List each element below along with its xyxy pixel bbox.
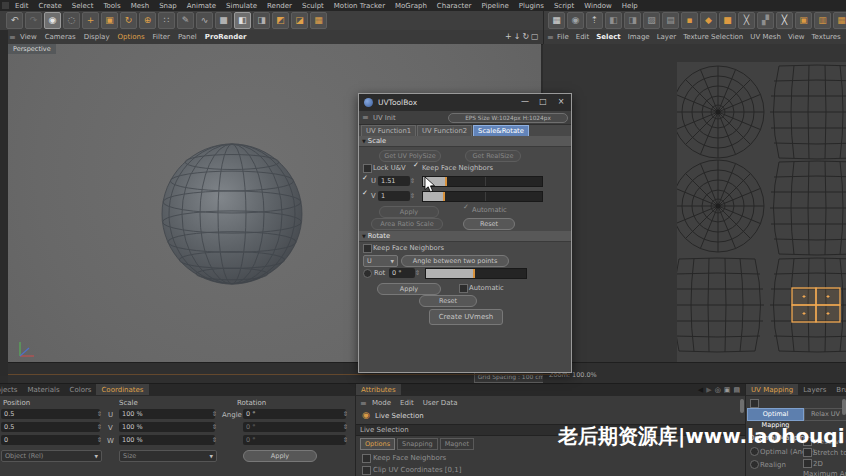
uv-polygon-mode-icon[interactable]: ■ — [719, 12, 736, 29]
v-enable-checkbox[interactable]: ✓ — [362, 191, 369, 198]
rot-spinner[interactable]: ⇕ — [414, 268, 421, 278]
viewport-menu-item[interactable]: Panel — [178, 33, 197, 41]
sphere-object[interactable] — [156, 138, 308, 290]
uv-texture-panel[interactable] — [543, 44, 846, 362]
rot-radio[interactable] — [363, 269, 372, 278]
realign-radio[interactable] — [750, 460, 759, 469]
uv-menu-item[interactable]: UV Mesh — [750, 33, 781, 41]
viewport-menu-item[interactable]: Filter — [153, 33, 170, 41]
scale-w-field[interactable]: 100 % — [119, 435, 215, 445]
spline-tool-icon[interactable]: ∿ — [196, 12, 213, 29]
position-u-field[interactable]: 0.5 — [1, 409, 100, 419]
material-cube-icon[interactable]: ◩ — [272, 12, 289, 29]
v-value-field[interactable]: 1 — [378, 191, 410, 201]
position-w-field[interactable]: 0 — [1, 435, 100, 445]
viewport-menu-item[interactable]: Options — [118, 33, 145, 41]
uv-view-menu-icon[interactable]: ≡ — [547, 33, 554, 42]
object-mode-dropdown[interactable]: Object (Rel)▼ — [1, 450, 102, 462]
rectangle-selection-icon[interactable]: ◌ — [63, 12, 80, 29]
angle-between-points-button[interactable]: Angle between two points — [401, 255, 509, 267]
scale-apply-button[interactable]: Apply — [379, 206, 439, 218]
scale-automatic-checkbox[interactable]: ✓ — [463, 205, 470, 212]
menu-item[interactable]: Pipeline — [481, 2, 508, 10]
maximize-button[interactable]: □ — [537, 97, 549, 106]
minimize-button[interactable]: — — [519, 97, 531, 106]
lock-uv-checkbox[interactable]: ✓ — [363, 164, 372, 173]
pen-tool-icon[interactable]: ✎ — [177, 12, 194, 29]
rotate-view-icon[interactable]: ↻ — [522, 32, 529, 41]
undo-icon[interactable]: ↶ — [6, 12, 23, 29]
attributes-tab[interactable]: Attributes — [356, 384, 401, 395]
uv-mapping-tab[interactable]: Layers — [798, 384, 831, 395]
menu-item[interactable]: Help — [622, 2, 638, 10]
tile-icon[interactable]: ▦ — [833, 12, 846, 29]
spinner-icon[interactable]: ⇕ — [342, 435, 349, 445]
get-uv-polysize-button[interactable]: Get UV PolySize — [379, 150, 441, 162]
cube-primitive-icon[interactable]: ■ — [215, 12, 232, 29]
filter-icon[interactable]: ▤ — [733, 386, 740, 394]
attributes-option-tab[interactable]: Magnet — [440, 438, 474, 450]
viewport-menu-item[interactable]: View — [20, 33, 37, 41]
menu-item[interactable]: Select — [72, 2, 94, 10]
uv-canvas[interactable] — [677, 62, 846, 362]
menu-item[interactable]: Character — [437, 2, 472, 10]
manager-tab[interactable]: Objects — [0, 384, 22, 395]
rotate-keep-face-checkbox[interactable]: ✓ — [363, 244, 372, 253]
rotation-b-field[interactable]: 0 ° — [243, 435, 346, 445]
rotate-automatic-checkbox[interactable]: ✓ — [459, 284, 468, 293]
get-realsize-button[interactable]: Get RealSize — [465, 150, 521, 162]
menu-item[interactable]: Animate — [187, 2, 216, 10]
uv-menu-item[interactable]: Layer — [657, 33, 677, 41]
live-selection-icon[interactable]: ◉ — [44, 12, 61, 29]
coordinates-apply-button[interactable]: Apply — [243, 450, 317, 462]
redo-icon[interactable]: ↷ — [25, 12, 42, 29]
attributes-scrollbar[interactable] — [740, 399, 744, 413]
eps-size-button[interactable]: EPS Size W:1024px H:1024px — [448, 113, 568, 123]
scale-tool-icon[interactable]: ▣ — [101, 12, 118, 29]
uv-menu-item[interactable]: Edit — [576, 33, 590, 41]
dot-circle-icon[interactable]: ◉ — [567, 12, 584, 29]
rotate-axis-dropdown[interactable]: U▼ — [363, 255, 398, 267]
u-slider[interactable] — [422, 176, 543, 187]
keep-face-neighbors-checkbox[interactable]: ✓ — [413, 163, 420, 170]
stack-icon[interactable]: ▥ — [814, 12, 831, 29]
menu-item[interactable]: Mesh — [131, 2, 149, 10]
uv-mapping-tab[interactable]: Brushes — [831, 384, 846, 395]
mirror-u-icon[interactable]: ◧ — [605, 12, 622, 29]
dialog-menu-icon[interactable]: ≡ — [362, 113, 369, 122]
pan-view-icon[interactable]: + — [505, 32, 512, 41]
optimal-mapping-mode-button[interactable]: Optimal Mapping — [747, 408, 804, 421]
u-enable-checkbox[interactable]: ✓ — [362, 176, 369, 183]
axis-tool-icon[interactable]: ⊕ — [139, 12, 156, 29]
size-mode-dropdown[interactable]: Size▼ — [119, 450, 217, 462]
spinner-icon[interactable]: ⇕ — [211, 435, 218, 445]
2d-checkbox[interactable]: ✓ — [803, 459, 812, 468]
menu-item[interactable]: Tools — [103, 2, 120, 10]
grid-icon[interactable]: ▤ — [662, 12, 679, 29]
uv-menu-item[interactable]: View — [788, 33, 805, 41]
rotation-h-field[interactable]: 0 ° — [243, 409, 346, 419]
hatch-icon[interactable]: ▨ — [643, 12, 660, 29]
attributes-menu-item[interactable]: User Data — [423, 399, 458, 407]
spinner-icon[interactable]: ⇕ — [342, 422, 349, 432]
uv-point-mode-icon[interactable]: ▪ — [681, 12, 698, 29]
viewport-menu-icon[interactable]: ≡ — [9, 33, 16, 42]
menu-item[interactable]: Motion Tracker — [334, 2, 385, 10]
manager-tab[interactable]: Colors — [65, 384, 97, 395]
search-icon[interactable]: ◎ — [715, 386, 721, 394]
uv-mapping-scrollbar[interactable] — [842, 399, 846, 415]
magic-wand-icon[interactable]: ⇡ — [586, 12, 603, 29]
v-spinner[interactable]: ⇕ — [409, 191, 416, 201]
attributes-option-tab[interactable]: Snapping — [397, 438, 438, 450]
island-icon[interactable]: ▣ — [795, 12, 812, 29]
create-uvmesh-button[interactable]: Create UVmesh — [429, 309, 503, 325]
menu-item[interactable]: Sculpt — [302, 2, 324, 10]
menu-item[interactable]: MoGraph — [395, 2, 427, 10]
uvtoolbox-dialog[interactable]: UVToolBox — □ × ≡ UV Init EPS Size W:102… — [358, 93, 572, 373]
menu-item[interactable]: Script — [554, 2, 574, 10]
menu-item[interactable]: Render — [267, 2, 292, 10]
uv-menu-item[interactable]: Image — [628, 33, 650, 41]
keep-face-neighbors-option-checkbox[interactable]: ✓ — [362, 454, 371, 463]
manager-tab[interactable]: Materials — [22, 384, 64, 395]
menu-item[interactable]: Window — [584, 2, 612, 10]
